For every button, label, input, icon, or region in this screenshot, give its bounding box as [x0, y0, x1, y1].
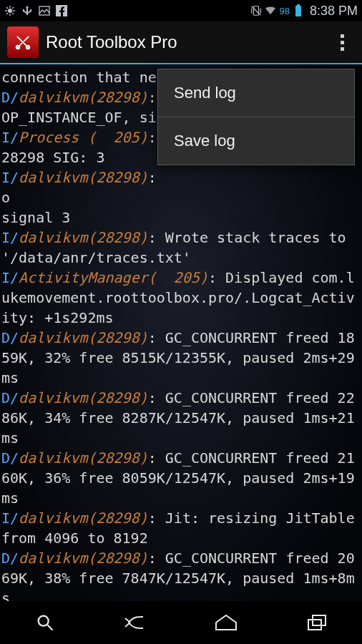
- battery-pct: 98: [279, 6, 289, 16]
- back-button[interactable]: [120, 611, 152, 634]
- overflow-popup: Send log Save log: [157, 69, 355, 165]
- svg-point-0: [8, 9, 12, 13]
- search-button[interactable]: [29, 611, 61, 634]
- app-title: Root Toolbox Pro: [46, 32, 322, 52]
- menu-send-log[interactable]: Send log: [158, 69, 354, 117]
- status-bar: 98 8:38 PM: [0, 0, 362, 21]
- wifi-icon: [265, 5, 276, 16]
- app-icon[interactable]: [7, 26, 39, 58]
- image-icon: [39, 5, 50, 16]
- recents-button[interactable]: [301, 611, 333, 634]
- clock: 8:38 PM: [310, 4, 358, 19]
- svg-point-8: [39, 616, 49, 626]
- overflow-menu-button[interactable]: [329, 26, 355, 58]
- nav-bar: [0, 601, 362, 644]
- facebook-icon: [56, 5, 67, 16]
- battery-icon: [293, 5, 304, 16]
- usb-icon: [21, 5, 33, 16]
- action-bar: Root Toolbox Pro: [0, 21, 362, 64]
- home-button[interactable]: [210, 611, 242, 634]
- svg-rect-4: [295, 6, 301, 16]
- status-left: [4, 5, 67, 16]
- svg-rect-5: [297, 4, 300, 6]
- status-right: 98 8:38 PM: [250, 4, 358, 19]
- vibrate-icon: [250, 5, 262, 16]
- debug-icon: [4, 5, 16, 16]
- menu-save-log[interactable]: Save log: [158, 117, 354, 165]
